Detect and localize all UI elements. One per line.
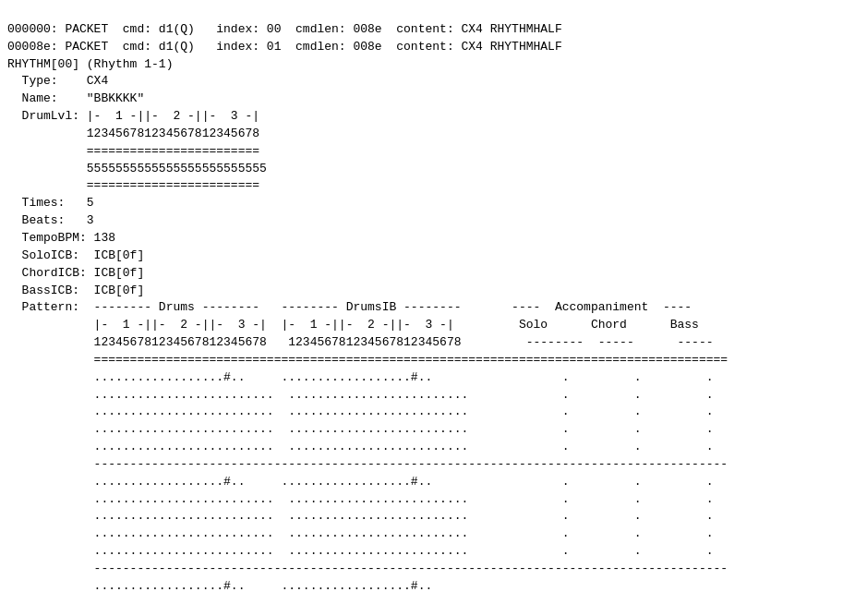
terminal-output: 000000: PACKET cmd: d1(Q) index: 00 cmdl… [7,4,848,596]
